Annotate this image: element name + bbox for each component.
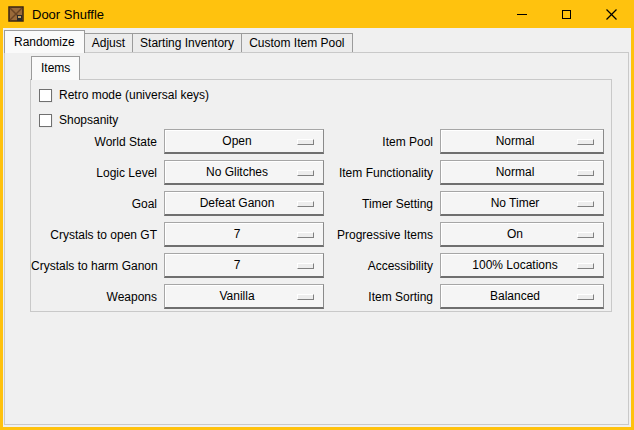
tab-items[interactable]: Items: [31, 56, 80, 80]
retro-mode-label: Retro mode (universal keys): [59, 88, 209, 102]
shopsanity-checkbox[interactable]: [39, 114, 52, 127]
progressive-items-label: Progressive Items: [324, 228, 440, 242]
option-grid: World State Open Item Pool Normal Logic …: [31, 129, 613, 315]
crystals-open-gt-label: Crystals to open GT: [31, 228, 164, 242]
dropdown-indicator-icon: [297, 170, 314, 176]
minimize-button[interactable]: [499, 0, 544, 28]
dropdown-indicator-icon: [577, 232, 594, 238]
dropdown-indicator-icon: [297, 201, 314, 207]
crystals-harm-ganon-label: Crystals to harm Ganon: [31, 259, 164, 273]
outer-tab-bar: Randomize Adjust Starting Inventory Cust…: [4, 30, 352, 53]
world-state-label: World State: [31, 135, 164, 149]
tab-custom-item-pool[interactable]: Custom Item Pool: [241, 33, 352, 53]
accessibility-dropdown[interactable]: 100% Locations: [440, 253, 604, 278]
item-functionality-label: Item Functionality: [324, 166, 440, 180]
title-bar: Door Shuffle: [0, 0, 634, 28]
dropdown-indicator-icon: [577, 294, 594, 300]
world-state-dropdown[interactable]: Open: [164, 129, 324, 154]
option-row: Logic Level No Glitches Item Functionali…: [31, 160, 613, 185]
timer-setting-dropdown[interactable]: No Timer: [440, 191, 604, 216]
dropdown-indicator-icon: [297, 294, 314, 300]
app-window: Door Shuffle Randomize Adjust Starting I…: [0, 0, 634, 430]
retro-mode-checkbox-row: Retro mode (universal keys): [39, 87, 209, 103]
minimize-icon: [517, 14, 527, 15]
dropdown-indicator-icon: [577, 263, 594, 269]
timer-setting-label: Timer Setting: [324, 197, 440, 211]
crystals-open-gt-dropdown[interactable]: 7: [164, 222, 324, 247]
item-functionality-dropdown[interactable]: Normal: [440, 160, 604, 185]
close-button[interactable]: [589, 0, 634, 28]
dropdown-indicator-icon: [297, 263, 314, 269]
weapons-dropdown[interactable]: Vanilla: [164, 284, 324, 309]
items-panel: Retro mode (universal keys) Shopsanity W…: [30, 79, 612, 312]
item-pool-dropdown[interactable]: Normal: [440, 129, 604, 154]
crystals-harm-ganon-dropdown[interactable]: 7: [164, 253, 324, 278]
retro-mode-checkbox[interactable]: [39, 89, 52, 102]
dropdown-indicator-icon: [297, 139, 314, 145]
tab-randomize[interactable]: Randomize: [4, 30, 85, 53]
dropdown-indicator-icon: [297, 232, 314, 238]
option-row: Crystals to harm Ganon 7 Accessibility 1…: [31, 253, 613, 278]
tab-starting-inventory[interactable]: Starting Inventory: [132, 33, 242, 53]
accessibility-label: Accessibility: [324, 259, 440, 273]
option-row: Weapons Vanilla Item Sorting Balanced: [31, 284, 613, 309]
option-row: World State Open Item Pool Normal: [31, 129, 613, 154]
logic-level-label: Logic Level: [31, 166, 164, 180]
window-title: Door Shuffle: [32, 7, 104, 22]
maximize-icon: [562, 10, 571, 19]
dropdown-indicator-icon: [577, 139, 594, 145]
goal-dropdown[interactable]: Defeat Ganon: [164, 191, 324, 216]
maximize-button[interactable]: [544, 0, 589, 28]
door-icon: [8, 6, 24, 22]
shopsanity-checkbox-row: Shopsanity: [39, 112, 118, 128]
caption-buttons: [499, 0, 634, 28]
item-pool-label: Item Pool: [324, 135, 440, 149]
progressive-items-dropdown[interactable]: On: [440, 222, 604, 247]
tab-adjust[interactable]: Adjust: [84, 33, 133, 53]
shopsanity-label: Shopsanity: [59, 113, 118, 127]
item-sorting-label: Item Sorting: [324, 290, 440, 304]
option-row: Crystals to open GT 7 Progressive Items …: [31, 222, 613, 247]
logic-level-dropdown[interactable]: No Glitches: [164, 160, 324, 185]
dropdown-indicator-icon: [577, 170, 594, 176]
item-sorting-dropdown[interactable]: Balanced: [440, 284, 604, 309]
dropdown-indicator-icon: [577, 201, 594, 207]
goal-label: Goal: [31, 197, 164, 211]
weapons-label: Weapons: [31, 290, 164, 304]
close-icon: [606, 9, 617, 20]
option-row: Goal Defeat Ganon Timer Setting No Timer: [31, 191, 613, 216]
client-area: Randomize Adjust Starting Inventory Cust…: [3, 28, 631, 427]
